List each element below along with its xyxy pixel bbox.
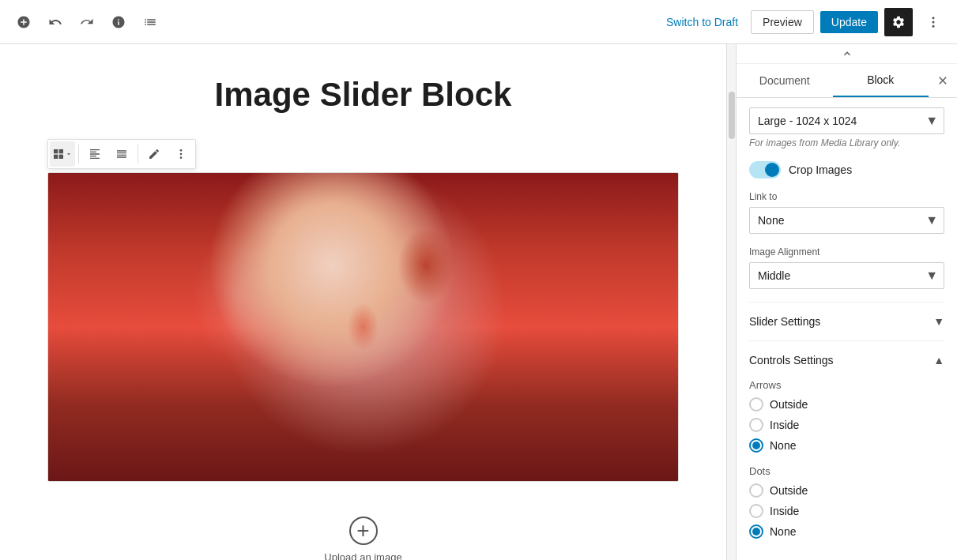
slider-settings-toggle[interactable]: Slider Settings ▼ [749, 312, 944, 331]
dots-label: Dots [749, 465, 944, 477]
link-select-wrapper: None ▼ [749, 207, 944, 234]
dots-outside-radio[interactable] [749, 483, 763, 498]
scroll-thumb [729, 92, 735, 139]
redo-button[interactable] [73, 8, 101, 36]
list-view-button[interactable] [136, 8, 164, 36]
arrows-section: Arrows Outside Inside None [749, 379, 944, 453]
controls-settings-body: Arrows Outside Inside None [749, 370, 944, 539]
crop-label: Crop Images [789, 163, 852, 176]
controls-settings-section: Controls Settings ▲ Arrows Outside Insi [749, 340, 944, 560]
upload-area[interactable]: + Upload an image [47, 501, 679, 560]
svg-point-9 [180, 156, 183, 159]
svg-rect-4 [59, 149, 63, 153]
svg-point-7 [180, 149, 183, 152]
block-toolbar [47, 139, 196, 169]
dots-outside-option[interactable]: Outside [749, 483, 944, 498]
sidebar-close-button[interactable] [929, 66, 957, 95]
more-options-button[interactable] [919, 8, 948, 36]
image-figure [48, 173, 678, 481]
add-block-button[interactable] [9, 8, 38, 36]
controls-settings-toggle[interactable]: Controls Settings ▲ [749, 351, 944, 370]
align-wide-button[interactable] [109, 141, 134, 167]
dots-inside-radio[interactable] [749, 504, 763, 518]
arrows-none-label: None [770, 439, 796, 452]
page-title: Image Slider Block [47, 76, 679, 114]
dots-section: Dots Outside Inside None [749, 465, 944, 539]
arrows-inside-radio[interactable] [749, 418, 763, 432]
block-type-button[interactable] [50, 141, 75, 167]
controls-settings-label: Controls Settings [749, 354, 834, 366]
sidebar-content: Large - 1024 x 1024 ▼ For images from Me… [737, 98, 957, 560]
svg-point-8 [180, 153, 183, 156]
arrows-label: Arrows [749, 379, 944, 391]
slider-settings-section: Slider Settings ▼ [749, 302, 944, 340]
divider [138, 145, 138, 163]
top-toolbar: Switch to Draft Preview Update [0, 0, 957, 44]
link-to-label: Link to [749, 191, 944, 202]
slider-settings-label: Slider Settings [749, 315, 820, 328]
update-button[interactable]: Update [820, 11, 878, 33]
crop-images-row: Crop Images [749, 161, 944, 179]
tab-block[interactable]: Block [833, 64, 929, 97]
size-hint: For images from Media Library only. [749, 137, 944, 148]
upload-icon: + [349, 517, 378, 545]
dots-none-label: None [770, 525, 796, 538]
svg-point-1 [933, 21, 935, 23]
align-left-button[interactable] [82, 141, 107, 167]
svg-point-2 [933, 24, 935, 27]
sidebar-scroll-up[interactable] [737, 44, 957, 64]
dots-inside-label: Inside [770, 505, 799, 517]
arrows-inside-option[interactable]: Inside [749, 418, 944, 432]
main-layout: Image Slider Block [0, 44, 957, 560]
settings-button[interactable] [884, 8, 913, 36]
dots-none-option[interactable]: None [749, 524, 944, 539]
arrows-none-option[interactable]: None [749, 438, 944, 453]
info-button[interactable] [104, 8, 133, 36]
size-select[interactable]: Large - 1024 x 1024 [749, 107, 944, 134]
arrows-outside-label: Outside [770, 398, 808, 411]
sidebar-tabs: Document Block [737, 64, 957, 98]
image-display [48, 173, 678, 481]
slider-settings-chevron: ▼ [933, 315, 944, 328]
link-select[interactable]: None [749, 207, 944, 234]
dots-inside-option[interactable]: Inside [749, 504, 944, 518]
image-block [47, 172, 679, 482]
alignment-select-wrapper: Middle ▼ [749, 262, 944, 289]
arrows-inside-label: Inside [770, 419, 799, 431]
toggle-knob [765, 163, 779, 177]
upload-text: Upload an image [324, 551, 401, 560]
toolbar-right: Switch to Draft Preview Update [660, 8, 948, 36]
sidebar: Document Block Large - 1024 x 1024 ▼ For… [736, 44, 957, 560]
preview-button[interactable]: Preview [751, 10, 814, 34]
controls-settings-chevron: ▲ [933, 354, 944, 366]
more-block-options-button[interactable] [168, 141, 194, 167]
alignment-select[interactable]: Middle [749, 262, 944, 289]
dots-none-radio[interactable] [749, 524, 763, 539]
editor-scrollbar[interactable] [726, 44, 736, 560]
svg-rect-6 [59, 155, 63, 159]
undo-button[interactable] [41, 8, 70, 36]
divider [78, 145, 79, 163]
edit-button[interactable] [141, 141, 167, 167]
arrows-none-radio[interactable] [749, 438, 763, 453]
svg-point-0 [933, 17, 935, 19]
toolbar-left [9, 8, 164, 36]
switch-draft-button[interactable]: Switch to Draft [660, 16, 744, 28]
arrows-outside-option[interactable]: Outside [749, 397, 944, 412]
editor-area: Image Slider Block [0, 44, 726, 560]
image-alignment-label: Image Alignment [749, 246, 944, 257]
tab-document[interactable]: Document [737, 65, 833, 96]
dots-outside-label: Outside [770, 484, 808, 497]
size-select-wrapper: Large - 1024 x 1024 ▼ [749, 107, 944, 134]
arrows-outside-radio[interactable] [749, 397, 763, 412]
crop-toggle[interactable] [749, 161, 781, 179]
svg-rect-3 [54, 149, 58, 153]
svg-rect-5 [54, 155, 58, 159]
